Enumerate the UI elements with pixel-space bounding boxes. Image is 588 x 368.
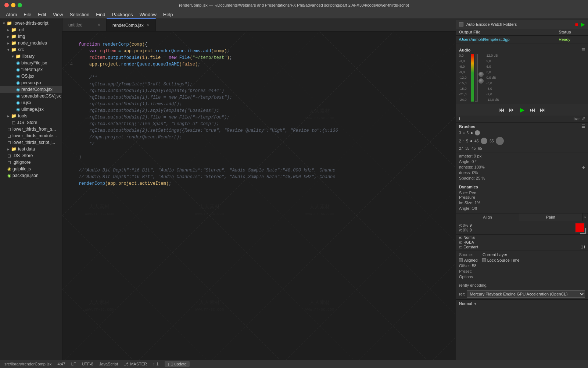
sidebar-label: filePath.jsx [21, 67, 43, 72]
brush-dot-5b[interactable] [470, 140, 472, 142]
sidebar-item-node-modules[interactable]: ▸ 📁 node_modules [0, 40, 62, 46]
sidebar-item-img[interactable]: ▸ 📁 img [0, 33, 62, 40]
position-status: 4:47 [57, 362, 65, 366]
menu-view[interactable]: View [50, 11, 66, 18]
menu-window[interactable]: Window [137, 11, 159, 18]
skip-forward-button[interactable]: ⏭ [539, 107, 546, 113]
brush-dot-45[interactable] [481, 138, 487, 144]
normal-dropdown-arrow[interactable]: ▼ [473, 302, 477, 306]
mixer-knob-1[interactable] [478, 72, 484, 77]
update-button[interactable]: ↓ 1 update [165, 361, 190, 367]
line-content [77, 160, 456, 167]
stop-button[interactable]: ■ [575, 21, 578, 27]
play-button[interactable]: ▶ [581, 21, 585, 27]
chevron-right-icon: ▸ [7, 114, 10, 118]
sidebar-item-binaryfile[interactable]: ◉ binaryFile.jsx [0, 60, 62, 66]
sidebar-item-src[interactable]: ▾ 📁 src [0, 46, 62, 53]
menu-help[interactable]: Help [160, 11, 176, 18]
sidebar-item-uiimage[interactable]: ◉ uiImage.jsx [0, 106, 62, 113]
mixer-knob-2[interactable] [478, 78, 484, 84]
skip-back-button[interactable]: ⏮ [498, 107, 505, 113]
sidebar-item-gulpfile[interactable]: ◉ gulpfile.js [0, 166, 62, 172]
menu-edit[interactable]: Edit [35, 11, 49, 18]
step-forward-button[interactable]: ⏭ [529, 107, 536, 113]
audio-mixer-content: 0,0 -3,0 -6,0 -9,0 -12,0 -15,0 -18,0 -21… [459, 54, 585, 102]
menu-file[interactable]: File [21, 11, 34, 18]
table-row[interactable]: /Users/mmohl/temp/test.3gp Ready [456, 36, 588, 43]
step-back-button[interactable]: ⏭ [508, 107, 516, 113]
tab-close-icon[interactable]: ✕ [147, 23, 150, 27]
tab-rendercomp[interactable]: renderComp.jsx ✕ [107, 18, 156, 31]
auto-encode-checkbox[interactable] [459, 22, 463, 26]
channel-label-prefix: e: [459, 240, 462, 244]
menu-icon: ☰ [581, 47, 585, 52]
sidebar-item-gitignore[interactable]: ◻ .gitignore [0, 159, 62, 166]
sidebar-item-spreadsheet[interactable]: ◉ spreadsheetCSV.jsx [0, 93, 62, 99]
refresh-icon[interactable]: ↺ [581, 116, 585, 121]
pen-size-label: Size: Pen Pressure [459, 191, 488, 199]
brush-dot-27[interactable] [475, 130, 480, 135]
line-number [62, 141, 77, 147]
code-line-10: rqItem.outputModule(1).file = new File("… [62, 94, 456, 101]
line-number [62, 74, 77, 81]
renderer-select[interactable]: Mercury Playback Engine GPU Acceleration… [467, 290, 585, 298]
tab-close-icon[interactable]: ✕ [97, 23, 100, 27]
maximize-button[interactable] [18, 3, 22, 7]
sidebar-item-ds-store-1[interactable]: ◻ .DS_Store [0, 119, 62, 126]
sidebar-item-library[interactable]: ▾ 📁 library [0, 53, 62, 60]
sidebar-item-lower-thirds-script[interactable]: ◻ lower_thirds_script.j... [0, 139, 62, 146]
sidebar-item-lower-thirds-module[interactable]: ◻ lower_thirds_module... [0, 132, 62, 139]
sidebar-item-lower-thirds-from[interactable]: ◻ lower_thirds_from_s... [0, 126, 62, 132]
play-button[interactable]: ▶ [519, 106, 526, 113]
sidebar-label: img [18, 34, 25, 39]
sidebar-item-tools[interactable]: ▸ 📁 tools [0, 113, 62, 119]
prop-hardness: ndness: 100% ◆ [459, 165, 585, 169]
lock-checkbox[interactable] [482, 258, 486, 262]
aligned-checkbox[interactable] [459, 258, 463, 262]
minimize-button[interactable] [11, 3, 15, 7]
menu-find[interactable]: Find [93, 11, 108, 18]
pen-min-size-label: im Size: 1% [459, 201, 488, 205]
sidebar-item-rendercomp[interactable]: ◉ renderComp.jsx [0, 86, 62, 93]
tab-align[interactable]: Align [456, 213, 519, 221]
sidebar-label: .DS_Store [17, 120, 37, 125]
brush-dot-2[interactable] [463, 141, 464, 141]
tab-untitled[interactable]: untitled ✕ [62, 18, 107, 31]
code-line-19: } [62, 154, 456, 160]
folder-icon: 📁 [11, 40, 17, 46]
code-line-3: var rqItem = app.project.renderQueue.ite… [62, 48, 456, 54]
brush-dot-65[interactable] [496, 137, 504, 145]
sidebar-label: renderComp.jsx [21, 87, 53, 92]
sidebar-item-person[interactable]: ◉ person.jsx [0, 79, 62, 86]
sidebar-item-git[interactable]: ▸ 📁 .git [0, 26, 62, 33]
encoding-status: LF [71, 362, 76, 366]
status-bar: src/library/renderComp.jsx 4:47 LF UTF-8… [0, 360, 588, 368]
foreground-color[interactable] [575, 223, 585, 233]
line-number: 4 [62, 61, 77, 68]
brush-rows: 3 5 2 5 45 65 27 [459, 130, 585, 151]
sidebar-item-filepath[interactable]: ◉ filePath.jsx [0, 66, 62, 73]
brush-dot-3[interactable] [463, 132, 465, 134]
menu-packages[interactable]: Packages [109, 11, 136, 18]
brush-dot-5[interactable] [471, 132, 473, 134]
mode-value: Normal [463, 236, 475, 240]
svg-text:www.rr-sc.com: www.rr-sc.com [305, 308, 334, 312]
menu-selection[interactable]: Selection [67, 11, 92, 18]
code-editor[interactable]: 人人素材 www.rr-sc.com 人人素材 www.rr-sc.com 人人… [62, 32, 456, 360]
db-labels-left: 0,0 -3,0 -6,0 -9,0 -12,0 -15,0 -18,0 -21… [459, 54, 468, 102]
folder-icon: 📁 [11, 27, 17, 32]
transport-controls: ⏮ ⏭ ▶ ⏭ ⏭ [456, 104, 588, 116]
sidebar-root[interactable]: ▾ 📁 lower-thirds-script [0, 20, 62, 26]
sidebar-item-test-data[interactable]: ▸ 📁 test data [0, 146, 62, 152]
folder-icon: 📁 [15, 54, 21, 59]
sidebar-item-ui[interactable]: ◉ ui.jsx [0, 99, 62, 106]
line-content: app.project.renderQueue.queueInAME(false… [77, 61, 456, 68]
sidebar-item-package-json[interactable]: ◉ package.json [0, 172, 62, 179]
close-button[interactable] [4, 3, 9, 7]
sidebar-item-os[interactable]: ◉ OS.jsx [0, 73, 62, 79]
sidebar-item-ds-store-2[interactable]: ◻ .DS_Store [0, 152, 62, 159]
sidebar-label: .git [18, 27, 24, 32]
tab-paint[interactable]: Paint [519, 213, 582, 221]
menu-atom[interactable]: Atom [3, 11, 20, 18]
chevron-right-icon: ▸ [7, 34, 10, 39]
